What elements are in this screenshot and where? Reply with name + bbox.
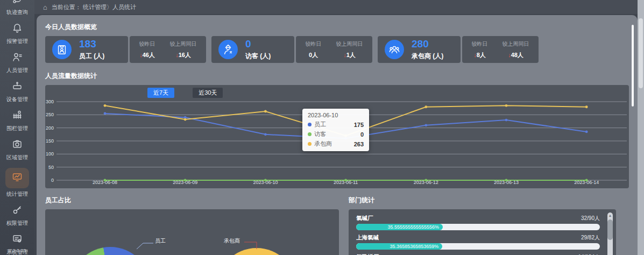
permission-icon: [12, 204, 23, 217]
employee-label: 员工 (人): [79, 52, 104, 61]
group-icon: [385, 40, 404, 59]
route-icon: [12, 0, 23, 6]
compare-lastweek-label: 较上周同日: [170, 40, 197, 48]
pie-slice-label: 员工: [155, 237, 166, 245]
statistics-icon: [5, 168, 29, 188]
employee-count: 183: [79, 39, 104, 49]
sidebar-item-label: 报警管理: [6, 38, 28, 45]
compare-lastweek-value: 1人: [346, 52, 356, 58]
area-icon: [12, 139, 23, 152]
sidebar-item-label: 统计管理: [6, 190, 28, 198]
contractor-compare-card: 较昨日 ↓8人 较上周同日 ↓48人: [462, 36, 539, 63]
compare-lastweek-value: 48人: [511, 52, 523, 58]
dept-section-title: 部门统计: [349, 196, 616, 205]
sidebar-item-alarm[interactable]: 报警管理: [6, 23, 28, 45]
main-panel: 今日人员数据概览 183 员工 (人) 较昨日 ↓46人 较上周同日: [37, 15, 638, 255]
employee-card: 183 员工 (人): [45, 36, 128, 63]
badge-icon: [52, 40, 72, 59]
visitor-compare-card: 较昨日 0人 较上周同日 ↓1人: [296, 36, 372, 63]
system-icon: [12, 233, 23, 246]
overview-title: 今日人员数据概览: [45, 23, 629, 32]
compare-yesterday-value: 8人: [477, 52, 486, 58]
page-scrollbar-thumb[interactable]: [639, 18, 643, 88]
tab-last-7-days[interactable]: 近7天: [147, 88, 174, 98]
dept-scrollbar[interactable]: ▲: [607, 212, 613, 255]
app-version: V.2.0.23: [0, 248, 34, 253]
tooltip-date: 2023-06-10: [308, 112, 364, 118]
flow-title: 人员流量数据统计: [45, 72, 629, 81]
contractor-label: 承包商 (人): [412, 52, 443, 61]
compare-yesterday-label: 较昨日: [139, 40, 155, 48]
sidebar-item-device[interactable]: 设备管理: [6, 81, 28, 103]
visitor-icon: [218, 40, 238, 59]
compare-yesterday-value: 0人: [309, 52, 318, 58]
compare-lastweek-label: 较上周同日: [503, 40, 529, 48]
contractor-card-group: 280 承包商 (人) 较昨日 ↓8人 较上周同日 ↓48人: [378, 36, 539, 63]
visitor-card-group: 0 访客 (人) 较昨日 0人 较上周同日 ↓1人: [211, 36, 372, 63]
overview-cards: 183 员工 (人) 较昨日 ↓46人 较上周同日 ↓16人: [45, 36, 629, 63]
series-dot-employee: [308, 123, 312, 126]
compare-yesterday-label: 较昨日: [306, 40, 322, 48]
fence-icon: [12, 110, 23, 123]
svg-text:150: 150: [46, 138, 54, 144]
breadcrumb: 统计管理〉人员统计: [83, 3, 136, 11]
employee-card-group: 183 员工 (人) 较昨日 ↓46人 较上周同日 ↓16人: [45, 36, 206, 63]
svg-text:200: 200: [46, 125, 54, 131]
breadcrumb-bar: ⌂ 当前位置： 统计管理〉人员统计: [34, 0, 644, 14]
contractor-card: 280 承包商 (人): [378, 36, 461, 63]
compare-yesterday-value: 46人: [143, 52, 155, 58]
compare-lastweek-value: 16人: [179, 52, 191, 58]
pie-label-line: [243, 239, 261, 251]
compare-lastweek-label: 较上周同日: [336, 40, 363, 48]
page-scrollbar[interactable]: [638, 0, 644, 255]
contractor-count: 280: [412, 39, 443, 49]
svg-text:250: 250: [46, 112, 54, 117]
sidebar-item-label: 轨迹查询: [6, 9, 28, 16]
compare-yesterday-label: 较昨日: [472, 40, 488, 48]
dept-row: 氯碱厂32/90人 35.555555555555556%: [356, 215, 600, 230]
tooltip-row: 承包商 263: [308, 140, 364, 148]
breadcrumb-prefix: 当前位置：: [52, 3, 81, 11]
tooltip-row: 访客 0: [308, 130, 364, 138]
visitor-card: 0 访客 (人): [211, 36, 294, 63]
sidebar-item-label: 设备管理: [6, 96, 28, 103]
chart-tooltip: 2023-06-10 员工 175 访客 0 承包商 263: [302, 109, 369, 151]
svg-text:0: 0: [51, 178, 54, 183]
personnel-icon: [12, 52, 23, 65]
series-dot-visitor: [308, 132, 312, 136]
pie-slice-label: 承包商: [224, 237, 240, 245]
panel-scrollbar-thumb[interactable]: [632, 25, 634, 107]
department-stats-panel: 氯碱厂32/90人 35.555555555555556% 上海氯碱29/82人…: [349, 209, 616, 255]
range-tabs: 近7天 近30天: [147, 88, 629, 98]
dept-row: 上海氯碱29/82人 35.36585365853659%: [356, 234, 600, 250]
sidebar-item-label: 人员管理: [6, 67, 28, 74]
sidebar-item-route[interactable]: 轨迹查询: [6, 0, 28, 16]
pie-label-line: [136, 240, 155, 251]
tab-last-30-days[interactable]: 近30天: [193, 88, 223, 98]
tooltip-row: 员工 175: [308, 121, 364, 129]
sidebar-item-fence[interactable]: 围栏管理: [6, 110, 28, 132]
sidebar-item-label: 权限管理: [6, 219, 28, 227]
device-icon: [12, 81, 23, 94]
sidebar-item-personnel[interactable]: 人员管理: [6, 52, 28, 74]
scroll-up-icon[interactable]: ▲: [607, 212, 613, 218]
flow-chart-panel: 近7天 近30天 0501001502002503002023-06-08202…: [45, 85, 629, 188]
alarm-icon: [12, 23, 23, 36]
dept-scrollbar-thumb[interactable]: [607, 219, 613, 240]
home-icon[interactable]: ⌂: [43, 3, 47, 11]
visitor-count: 0: [245, 39, 271, 49]
svg-text:300: 300: [46, 99, 54, 104]
svg-text:100: 100: [46, 151, 54, 157]
employee-pie-panel: 员工 承包商: [45, 209, 339, 255]
sidebar-item-statistics[interactable]: 统计管理: [5, 168, 29, 198]
sidebar-item-label: 区域管理: [6, 154, 28, 161]
employee-compare-card: 较昨日 ↓46人 较上周同日 ↓16人: [130, 36, 206, 63]
sidebar-item-permission[interactable]: 权限管理: [6, 204, 28, 227]
sidebar: 轨迹查询 报警管理 人员管理 设备管理 围栏管理 区域管理 统计管理: [0, 0, 34, 255]
sidebar-item-area[interactable]: 区域管理: [6, 139, 28, 161]
visitor-label: 访客 (人): [245, 52, 271, 61]
pie-section-title: 员工占比: [45, 196, 339, 205]
sidebar-item-label: 围栏管理: [6, 125, 28, 132]
svg-text:50: 50: [48, 165, 54, 170]
series-dot-contractor: [308, 142, 312, 146]
